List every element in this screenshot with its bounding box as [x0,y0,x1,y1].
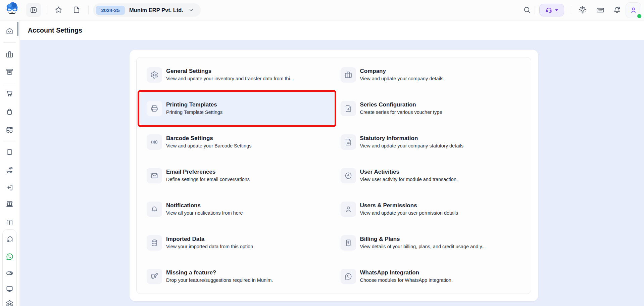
item-title: Series Configuration [360,101,442,108]
notification-bell-icon[interactable] [613,6,621,14]
item-title: Email Preferences [166,169,250,175]
sidebar-item-vouchers[interactable] [6,148,13,156]
item-desc: Define settings for email conversations [166,176,250,182]
item-desc: View details of your billing, plans, and… [360,244,486,250]
sidebar-collapse-button[interactable] [26,3,41,17]
item-title: Users & Permissions [360,202,458,209]
search-icon[interactable] [523,6,531,14]
file-text-icon [341,134,356,150]
settings-item-printing-templates[interactable]: Printing TemplatesPrinting Template Sett… [140,92,334,125]
profile-button[interactable] [626,2,641,18]
item-title: General Settings [166,68,294,75]
sidebar-scrollbar[interactable] [17,22,18,36]
divider [88,6,89,14]
bell-icon [147,202,162,217]
item-desc: Choose modules for WhatsApp integration. [360,277,453,283]
item-title: Barcode Settings [166,135,251,142]
item-desc: Printing Template Settings [166,109,222,115]
sidebar-item-payroll[interactable] [6,167,13,174]
item-desc: View user activity for module and transa… [360,176,458,182]
divider [3,141,16,141]
rupee-receipt-icon: ₹ [341,235,356,251]
sidebar-item-toggle-settings[interactable] [6,269,13,277]
divider [571,6,571,14]
sidebar-item-inventory[interactable] [6,68,13,76]
item-title: Statutory Information [360,135,463,142]
idea-bulb-icon[interactable] [578,5,587,14]
sidebar-item-data-export[interactable] [6,126,13,134]
svg-text:₹: ₹ [347,241,349,245]
settings-item-imported-data[interactable]: Imported DataView your imported data fro… [140,226,334,260]
settings-item-barcode-settings[interactable]: Barcode SettingsView and update your Bar… [140,125,334,159]
settings-item-email-preferences[interactable]: Email PreferencesDefine settings for ema… [140,159,334,192]
whatsapp-icon[interactable] [6,253,13,260]
item-desc: View and update your company details [360,76,444,82]
topbar: 2024-25 Munim ERP Pvt. Ltd. [0,0,644,20]
settings-item-series-configuration[interactable]: Series ConfigurationCreate series for va… [334,92,528,125]
divider [3,84,16,84]
sidebar-item-books[interactable] [6,218,13,226]
whatsapp-icon [341,269,356,284]
headset-support-icon [545,7,552,14]
item-title: Company [360,68,444,75]
file-plus-icon [341,101,356,116]
favorites-star-icon[interactable] [54,6,63,14]
company-selector[interactable]: 2024-25 Munim ERP Pvt. Ltd. [93,3,201,17]
database-icon [147,235,162,251]
chevron-down-icon [188,7,195,13]
item-desc: View all your notifications from here [166,210,243,216]
sidebar-item-logout-gateway[interactable] [6,184,13,191]
page-header: Account Settings [20,20,644,40]
page-title: Account Settings [28,27,82,34]
settings-item-billing-plans[interactable]: ₹ Billing & PlansView details of your bi… [334,226,528,260]
profile-user-icon [630,6,637,14]
settings-item-missing-feature[interactable]: Missing a feature?Drop your feature/sugg… [140,260,334,293]
keyboard-shortcuts-icon[interactable] [596,6,605,14]
sidebar-collapse-icon [30,6,38,14]
item-desc: View and update your company statutory d… [360,143,463,149]
item-desc: Drop your feature/suggestions required i… [166,277,273,283]
settings-card: General SettingsView and update your inv… [136,57,531,294]
item-title: User Activities [360,169,458,175]
sidebar-item-sales[interactable] [6,90,13,97]
new-document-icon[interactable] [72,6,81,14]
divider [3,42,16,43]
settings-item-statutory-information[interactable]: Statutory InformationView and update you… [334,125,528,159]
settings-item-whatsapp-integration[interactable]: WhatsApp IntegrationChoose modules for W… [334,260,528,293]
support-menu-button[interactable] [539,4,564,16]
message-edit-icon [147,269,162,284]
sidebar-item-home[interactable] [6,27,13,35]
divider [46,6,46,14]
settings-item-notifications[interactable]: NotificationsView all your notifications… [140,192,334,226]
item-title: Billing & Plans [360,236,486,243]
clock-icon [341,168,356,183]
item-title: WhatsApp Integration [360,269,453,276]
sidebar-item-pos-display[interactable] [6,285,13,293]
company-name: Munim ERP Pvt. Ltd. [129,7,183,13]
munim-logo[interactable] [4,1,20,16]
item-title: Notifications [166,202,243,209]
content-area: General SettingsView and update your inv… [20,40,644,306]
settings-item-company[interactable]: CompanyView and update your company deta… [334,58,528,92]
barcode-icon [147,134,162,150]
divider [535,6,535,14]
settings-item-general-settings[interactable]: General SettingsView and update your inv… [140,58,334,92]
sidebar-item-chat[interactable] [6,235,13,243]
chevron-down-icon [555,9,558,12]
item-desc: View your imported data from this option [166,244,253,250]
sidebar-item-company[interactable] [6,51,13,58]
sidebar [0,20,19,306]
sidebar-item-banking[interactable] [6,200,13,208]
mail-icon [147,168,162,183]
item-desc: View and update your user permission det… [360,210,458,216]
printer-icon [147,101,162,116]
settings-item-user-activities[interactable]: User ActivitiesView user activity for mo… [334,159,528,192]
sidebar-item-purchase[interactable] [6,108,13,116]
fiscal-year-badge: 2024-25 [96,6,125,15]
settings-item-users-permissions[interactable]: Users & PermissionsView and update your … [334,192,528,226]
user-icon [341,202,356,217]
sidebar-item-settings[interactable] [6,300,13,306]
item-desc: View and update your inventory and trans… [166,76,294,82]
settings-panel: General SettingsView and update your inv… [130,50,538,301]
item-title: Imported Data [166,236,253,243]
